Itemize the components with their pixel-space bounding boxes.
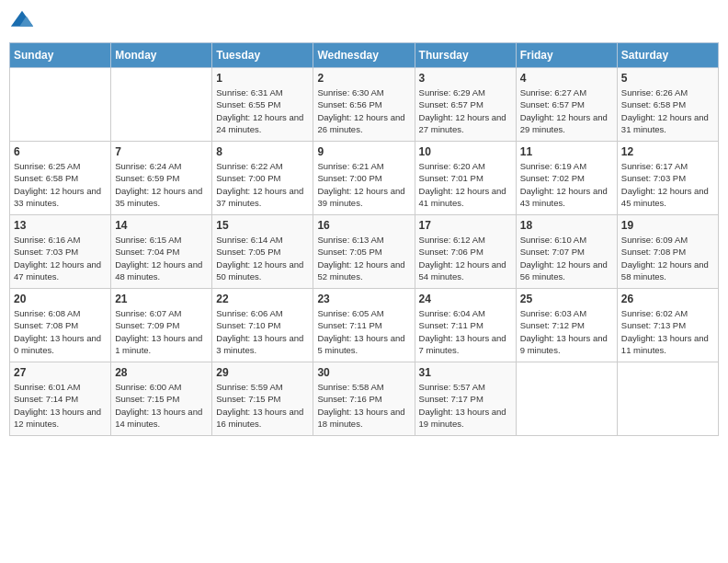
day-cell: 3Sunrise: 6:29 AM Sunset: 6:57 PM Daylig…: [415, 68, 516, 142]
day-cell: 14Sunrise: 6:15 AM Sunset: 7:04 PM Dayli…: [111, 215, 212, 289]
day-info: Sunrise: 6:10 AM Sunset: 7:07 PM Dayligh…: [520, 234, 613, 282]
day-info: Sunrise: 6:20 AM Sunset: 7:01 PM Dayligh…: [419, 160, 512, 209]
day-info: Sunrise: 6:24 AM Sunset: 6:59 PM Dayligh…: [115, 160, 208, 209]
day-cell: 11Sunrise: 6:19 AM Sunset: 7:02 PM Dayli…: [516, 142, 617, 215]
day-info: Sunrise: 6:07 AM Sunset: 7:09 PM Dayligh…: [115, 307, 208, 356]
day-number: 31: [419, 366, 512, 379]
page-container: SundayMondayTuesdayWednesdayThursdayFrid…: [0, 0, 728, 445]
day-info: Sunrise: 6:27 AM Sunset: 6:57 PM Dayligh…: [520, 86, 613, 135]
day-number: 4: [520, 72, 613, 85]
day-info: Sunrise: 6:08 AM Sunset: 7:08 PM Dayligh…: [14, 307, 107, 356]
day-info: Sunrise: 5:58 AM Sunset: 7:16 PM Dayligh…: [317, 381, 410, 430]
day-info: Sunrise: 6:03 AM Sunset: 7:12 PM Dayligh…: [520, 307, 613, 356]
day-cell: 31Sunrise: 5:57 AM Sunset: 7:17 PM Dayli…: [415, 362, 516, 436]
day-number: 24: [419, 293, 512, 305]
day-number: 30: [317, 366, 410, 379]
day-cell: 18Sunrise: 6:10 AM Sunset: 7:07 PM Dayli…: [516, 215, 617, 289]
day-number: 20: [14, 293, 107, 305]
day-cell: 24Sunrise: 6:04 AM Sunset: 7:11 PM Dayli…: [415, 289, 516, 362]
day-cell: 23Sunrise: 6:05 AM Sunset: 7:11 PM Dayli…: [313, 289, 415, 362]
day-info: Sunrise: 6:17 AM Sunset: 7:03 PM Dayligh…: [621, 160, 714, 209]
week-row-3: 13Sunrise: 6:16 AM Sunset: 7:03 PM Dayli…: [10, 215, 719, 289]
day-cell: 10Sunrise: 6:20 AM Sunset: 7:01 PM Dayli…: [415, 142, 516, 215]
day-info: Sunrise: 5:57 AM Sunset: 7:17 PM Dayligh…: [419, 381, 512, 430]
header-cell-wednesday: Wednesday: [313, 43, 415, 68]
day-cell: 7Sunrise: 6:24 AM Sunset: 6:59 PM Daylig…: [111, 142, 212, 215]
day-cell: 21Sunrise: 6:07 AM Sunset: 7:09 PM Dayli…: [111, 289, 212, 362]
week-row-5: 27Sunrise: 6:01 AM Sunset: 7:14 PM Dayli…: [10, 362, 719, 436]
week-row-2: 6Sunrise: 6:25 AM Sunset: 6:58 PM Daylig…: [10, 142, 719, 215]
header-cell-sunday: Sunday: [10, 43, 111, 68]
day-cell: 5Sunrise: 6:26 AM Sunset: 6:58 PM Daylig…: [617, 68, 718, 142]
day-number: 17: [419, 219, 512, 232]
day-cell: 12Sunrise: 6:17 AM Sunset: 7:03 PM Dayli…: [617, 142, 718, 215]
day-cell: [516, 362, 617, 436]
day-info: Sunrise: 6:26 AM Sunset: 6:58 PM Dayligh…: [621, 86, 714, 135]
day-cell: 15Sunrise: 6:14 AM Sunset: 7:05 PM Dayli…: [212, 215, 313, 289]
day-cell: 26Sunrise: 6:02 AM Sunset: 7:13 PM Dayli…: [617, 289, 718, 362]
day-cell: 17Sunrise: 6:12 AM Sunset: 7:06 PM Dayli…: [415, 215, 516, 289]
header-cell-thursday: Thursday: [415, 43, 516, 68]
day-info: Sunrise: 6:05 AM Sunset: 7:11 PM Dayligh…: [317, 307, 410, 356]
day-number: 8: [216, 145, 309, 158]
day-cell: 1Sunrise: 6:31 AM Sunset: 6:55 PM Daylig…: [212, 68, 313, 142]
day-number: 19: [621, 219, 714, 232]
day-cell: 28Sunrise: 6:00 AM Sunset: 7:15 PM Dayli…: [111, 362, 212, 436]
header-cell-monday: Monday: [111, 43, 212, 68]
day-info: Sunrise: 6:31 AM Sunset: 6:55 PM Dayligh…: [216, 86, 309, 135]
day-info: Sunrise: 6:00 AM Sunset: 7:15 PM Dayligh…: [115, 381, 208, 430]
day-cell: 19Sunrise: 6:09 AM Sunset: 7:08 PM Dayli…: [617, 215, 718, 289]
day-info: Sunrise: 6:15 AM Sunset: 7:04 PM Dayligh…: [115, 234, 208, 282]
day-number: 18: [520, 219, 613, 232]
day-info: Sunrise: 6:12 AM Sunset: 7:06 PM Dayligh…: [419, 234, 512, 282]
day-number: 7: [115, 145, 208, 158]
day-cell: 29Sunrise: 5:59 AM Sunset: 7:15 PM Dayli…: [212, 362, 313, 436]
day-number: 29: [216, 366, 309, 379]
day-info: Sunrise: 6:02 AM Sunset: 7:13 PM Dayligh…: [621, 307, 714, 356]
day-info: Sunrise: 6:13 AM Sunset: 7:05 PM Dayligh…: [317, 234, 410, 282]
day-number: 6: [14, 145, 107, 158]
week-row-4: 20Sunrise: 6:08 AM Sunset: 7:08 PM Dayli…: [10, 289, 719, 362]
day-number: 9: [317, 145, 410, 158]
header: [9, 9, 719, 35]
day-info: Sunrise: 6:06 AM Sunset: 7:10 PM Dayligh…: [216, 307, 309, 356]
day-number: 12: [621, 145, 714, 158]
day-number: 25: [520, 293, 613, 305]
day-info: Sunrise: 6:14 AM Sunset: 7:05 PM Dayligh…: [216, 234, 309, 282]
day-number: 3: [419, 72, 512, 85]
day-info: Sunrise: 6:25 AM Sunset: 6:58 PM Dayligh…: [14, 160, 107, 209]
day-cell: 20Sunrise: 6:08 AM Sunset: 7:08 PM Dayli…: [10, 289, 111, 362]
day-cell: [617, 362, 718, 436]
day-info: Sunrise: 6:22 AM Sunset: 7:00 PM Dayligh…: [216, 160, 309, 209]
day-cell: 30Sunrise: 5:58 AM Sunset: 7:16 PM Dayli…: [313, 362, 415, 436]
day-info: Sunrise: 6:01 AM Sunset: 7:14 PM Dayligh…: [14, 381, 107, 430]
day-info: Sunrise: 6:04 AM Sunset: 7:11 PM Dayligh…: [419, 307, 512, 356]
day-cell: [10, 68, 111, 142]
day-number: 1: [216, 72, 309, 85]
day-info: Sunrise: 6:30 AM Sunset: 6:56 PM Dayligh…: [317, 86, 410, 135]
day-number: 5: [621, 72, 714, 85]
day-cell: [111, 68, 212, 142]
day-number: 28: [115, 366, 208, 379]
day-cell: 16Sunrise: 6:13 AM Sunset: 7:05 PM Dayli…: [313, 215, 415, 289]
day-number: 10: [419, 145, 512, 158]
day-cell: 27Sunrise: 6:01 AM Sunset: 7:14 PM Dayli…: [10, 362, 111, 436]
day-number: 16: [317, 219, 410, 232]
day-cell: 25Sunrise: 6:03 AM Sunset: 7:12 PM Dayli…: [516, 289, 617, 362]
header-cell-friday: Friday: [516, 43, 617, 68]
day-number: 27: [14, 366, 107, 379]
day-cell: 9Sunrise: 6:21 AM Sunset: 7:00 PM Daylig…: [313, 142, 415, 215]
day-info: Sunrise: 6:09 AM Sunset: 7:08 PM Dayligh…: [621, 234, 714, 282]
day-number: 2: [317, 72, 410, 85]
day-info: Sunrise: 6:19 AM Sunset: 7:02 PM Dayligh…: [520, 160, 613, 209]
day-cell: 8Sunrise: 6:22 AM Sunset: 7:00 PM Daylig…: [212, 142, 313, 215]
day-number: 22: [216, 293, 309, 305]
day-info: Sunrise: 6:21 AM Sunset: 7:00 PM Dayligh…: [317, 160, 410, 209]
day-number: 13: [14, 219, 107, 232]
logo-icon: [9, 9, 35, 35]
day-cell: 22Sunrise: 6:06 AM Sunset: 7:10 PM Dayli…: [212, 289, 313, 362]
day-cell: 4Sunrise: 6:27 AM Sunset: 6:57 PM Daylig…: [516, 68, 617, 142]
day-cell: 6Sunrise: 6:25 AM Sunset: 6:58 PM Daylig…: [10, 142, 111, 215]
calendar-table: SundayMondayTuesdayWednesdayThursdayFrid…: [9, 42, 719, 436]
day-cell: 2Sunrise: 6:30 AM Sunset: 6:56 PM Daylig…: [313, 68, 415, 142]
